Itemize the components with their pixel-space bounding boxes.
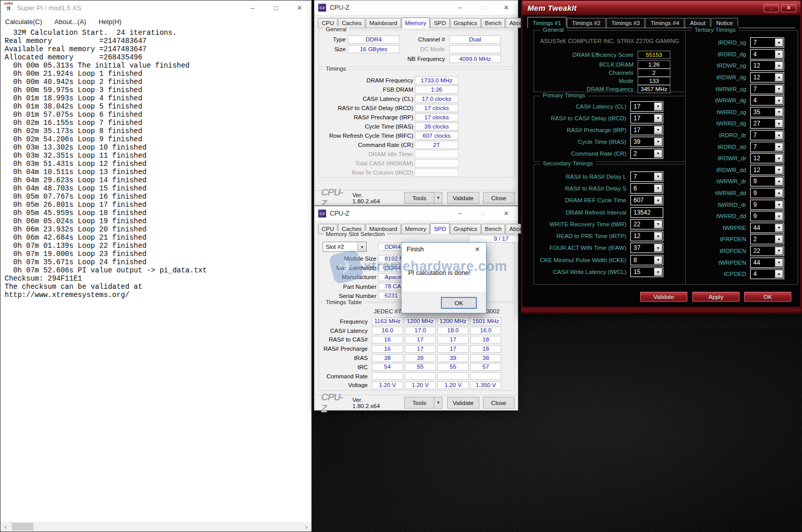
- validate-button[interactable]: Validate: [447, 192, 479, 204]
- timing-select[interactable]: 22 ▼: [630, 219, 663, 229]
- dropdown-arrow-icon[interactable]: ▼: [775, 96, 783, 104]
- cpuz-tab[interactable]: Bench: [481, 224, 505, 233]
- timing-select[interactable]: 7 ▼: [750, 142, 784, 152]
- slot-select[interactable]: Slot #2 ▼: [323, 242, 367, 252]
- timing-select[interactable]: 4 ▼: [750, 95, 784, 105]
- horizontal-scrollbar[interactable]: ‹ ›: [1, 522, 311, 531]
- cpuz-tab[interactable]: Mainboard: [366, 18, 400, 28]
- timing-select[interactable]: 2 ▼: [750, 234, 784, 244]
- dialog-titlebar[interactable]: Finish ✕: [402, 243, 486, 256]
- cpuz-titlebar[interactable]: CZ CPU-Z – □ ✕: [314, 1, 518, 15]
- dropdown-arrow-icon[interactable]: ▼: [654, 256, 662, 264]
- timing-select[interactable]: 12 ▼: [750, 153, 784, 163]
- cpuz-tab[interactable]: Memory: [402, 17, 430, 28]
- cpuz-tab[interactable]: Graphics: [450, 224, 481, 233]
- validate-button[interactable]: Validate: [640, 291, 688, 302]
- timing-select[interactable]: 17 ▼: [630, 113, 663, 123]
- cpuz-tab[interactable]: SPD: [430, 223, 450, 234]
- timing-select[interactable]: 17 ▼: [630, 101, 663, 112]
- tools-dropdown-arrow-icon[interactable]: ▼: [434, 192, 442, 204]
- dropdown-arrow-icon[interactable]: ▼: [775, 224, 783, 232]
- timing-select[interactable]: 7 ▼: [630, 172, 663, 182]
- memtweakit-titlebar[interactable]: Mem TweakIt _ X: [522, 1, 800, 15]
- dropdown-arrow-icon[interactable]: ▼: [775, 201, 783, 209]
- dropdown-arrow-icon[interactable]: ▼: [775, 143, 783, 151]
- dropdown-arrow-icon[interactable]: ▼: [775, 166, 783, 174]
- timing-select[interactable]: 7 ▼: [750, 37, 784, 48]
- dropdown-arrow-icon[interactable]: ▼: [775, 177, 783, 185]
- timing-select[interactable]: 15 ▼: [630, 267, 663, 277]
- timing-select[interactable]: 37 ▼: [630, 243, 663, 253]
- close-icon[interactable]: ✕: [288, 1, 311, 15]
- dropdown-arrow-icon[interactable]: ▼: [775, 73, 783, 81]
- cpuz-titlebar[interactable]: CZ CPU-Z – □ ✕: [314, 206, 518, 221]
- timing-select[interactable]: 4 ▼: [750, 269, 784, 279]
- timing-select[interactable]: 9 ▼: [750, 188, 784, 198]
- cpuz-tab[interactable]: Memory: [402, 224, 430, 233]
- timing-select[interactable]: 12 ▼: [750, 165, 784, 175]
- timing-select[interactable]: 6 ▼: [630, 183, 663, 194]
- dropdown-arrow-icon[interactable]: ▼: [654, 196, 662, 204]
- ok-button[interactable]: OK: [744, 291, 792, 302]
- cpuz-tab[interactable]: Graphics: [450, 18, 481, 28]
- cpuz-tab[interactable]: Bench: [481, 18, 505, 28]
- ok-button[interactable]: OK: [441, 297, 477, 309]
- memtweakit-tab[interactable]: Timings #4: [645, 18, 684, 28]
- dropdown-arrow-icon[interactable]: ▼: [775, 154, 783, 162]
- close-icon[interactable]: ✕: [495, 206, 518, 221]
- timing-select[interactable]: 7 ▼: [750, 130, 784, 140]
- dropdown-arrow-icon[interactable]: ▼: [654, 173, 662, 181]
- tools-button[interactable]: Tools: [404, 192, 434, 204]
- timing-select[interactable]: 13542 ▼: [630, 207, 663, 218]
- dropdown-arrow-icon[interactable]: ▼: [654, 184, 662, 193]
- dropdown-arrow-icon[interactable]: ▼: [654, 232, 662, 240]
- menu-item[interactable]: About...(A): [54, 18, 86, 26]
- dropdown-arrow-icon[interactable]: ▼: [654, 138, 662, 146]
- timing-select[interactable]: 12 ▼: [630, 231, 663, 241]
- timing-select[interactable]: 4 ▼: [750, 49, 784, 59]
- menu-item[interactable]: Help(H): [98, 18, 121, 26]
- timing-select[interactable]: 2 ▼: [630, 148, 663, 159]
- timing-select[interactable]: 7 ▼: [750, 84, 784, 94]
- timing-select[interactable]: 39 ▼: [630, 137, 663, 147]
- validate-button[interactable]: Validate: [447, 397, 479, 409]
- close-button[interactable]: Close: [483, 192, 515, 204]
- dropdown-arrow-icon[interactable]: ▼: [775, 61, 783, 70]
- maximize-icon[interactable]: □: [264, 1, 288, 15]
- menu-item[interactable]: Calculate(C): [5, 18, 42, 26]
- timing-select[interactable]: 44 ▼: [750, 223, 784, 233]
- timing-select[interactable]: 12 ▼: [750, 72, 784, 82]
- memtweakit-tab[interactable]: Timings #3: [606, 18, 645, 28]
- timing-select[interactable]: 22 ▼: [750, 246, 784, 256]
- dropdown-arrow-icon[interactable]: ▼: [654, 244, 662, 252]
- dropdown-arrow-icon[interactable]: ▼: [654, 102, 662, 111]
- minimize-icon[interactable]: –: [241, 1, 264, 15]
- timing-select[interactable]: 8 ▼: [630, 255, 663, 265]
- dropdown-arrow-icon[interactable]: ▼: [775, 50, 783, 58]
- tools-button[interactable]: Tools: [404, 397, 434, 409]
- minimize-icon[interactable]: _: [764, 4, 779, 12]
- timing-select[interactable]: 9 ▼: [750, 211, 784, 221]
- dropdown-arrow-icon[interactable]: ▼: [775, 189, 783, 197]
- dropdown-arrow-icon[interactable]: ▼: [775, 131, 783, 139]
- close-icon[interactable]: ✕: [495, 1, 518, 15]
- memtweakit-tab[interactable]: Timings #2: [567, 18, 606, 28]
- dropdown-arrow-icon[interactable]: ▼: [654, 114, 662, 122]
- superpi-titlebar[interactable]: SUPERπ Super PI / mod1.5 XS – □ ✕: [1, 1, 311, 15]
- dropdown-arrow-icon[interactable]: ▼: [654, 268, 662, 276]
- dropdown-arrow-icon[interactable]: ▼: [775, 85, 783, 93]
- timing-select[interactable]: 12 ▼: [750, 60, 784, 71]
- timing-select[interactable]: 44 ▼: [750, 258, 784, 268]
- cpuz-tab[interactable]: SPD: [430, 18, 450, 28]
- timing-select[interactable]: 9 ▼: [750, 200, 784, 210]
- dropdown-arrow-icon[interactable]: ▼: [654, 150, 662, 158]
- dropdown-arrow-icon[interactable]: ▼: [654, 126, 662, 134]
- scrollbar-thumb[interactable]: [12, 523, 33, 530]
- tools-dropdown-arrow-icon[interactable]: ▼: [434, 397, 442, 409]
- minimize-icon[interactable]: –: [449, 206, 472, 221]
- close-button[interactable]: Close: [483, 397, 515, 409]
- dropdown-arrow-icon[interactable]: ▼: [775, 247, 783, 255]
- dropdown-arrow-icon[interactable]: ▼: [775, 259, 783, 267]
- dropdown-arrow-icon[interactable]: ▼: [775, 108, 783, 116]
- dropdown-arrow-icon[interactable]: ▼: [775, 212, 783, 220]
